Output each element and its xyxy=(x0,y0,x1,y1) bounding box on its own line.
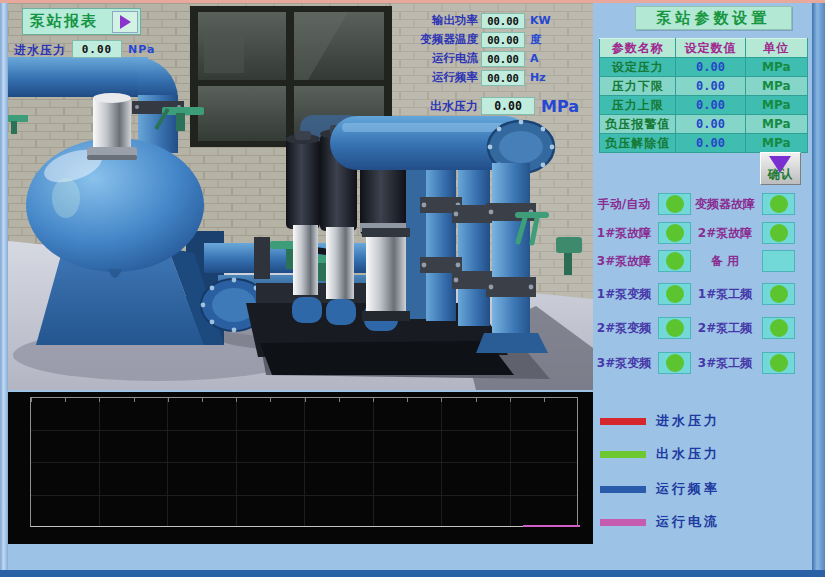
param-unit: MPa xyxy=(745,77,807,96)
green-lamp-icon xyxy=(666,224,684,242)
col-name-header: 参数名称 xyxy=(600,39,676,58)
trend-plot-area xyxy=(30,397,578,527)
col-value-header: 设定数值 xyxy=(676,39,745,58)
trend-chart xyxy=(8,392,593,544)
inlet-pressure-value: 0.00 xyxy=(72,40,122,58)
status-label-manual-auto: 手动/自动 xyxy=(593,196,655,213)
status-indicator-pump3-mains xyxy=(762,352,795,374)
param-value[interactable]: 0.00 xyxy=(676,77,745,96)
status-row: 2#泵变频 2#泵工频 xyxy=(593,316,812,340)
output-power-label: 输出功率 xyxy=(390,13,478,28)
status-row: 1#泵变频 1#泵工频 xyxy=(593,282,812,306)
status-indicator-pump1-vfd xyxy=(658,283,691,305)
settings-row: 设定压力 0.00 MPa xyxy=(600,58,808,77)
report-arrow-button[interactable] xyxy=(112,11,138,33)
legend-row: 出水压力 xyxy=(593,446,812,462)
status-indicator-inverter-fault xyxy=(762,193,795,215)
param-value[interactable]: 0.00 xyxy=(676,134,745,153)
green-lamp-icon xyxy=(770,224,788,242)
readout-row: 运行频率 00.00 Hz xyxy=(390,69,580,86)
green-lamp-icon xyxy=(666,319,684,337)
inverter-temp-unit: 度 xyxy=(530,32,541,47)
status-label-spare: 备 用 xyxy=(691,253,759,270)
status-indicator-pump1-fault xyxy=(658,222,691,244)
legend-swatch-frequency xyxy=(600,486,646,493)
legend-swatch-outlet xyxy=(600,451,646,458)
outlet-pressure-unit: MPa xyxy=(541,97,579,116)
report-button-label: 泵站报表 xyxy=(30,12,112,31)
status-label-pump1-mains: 1#泵工频 xyxy=(691,286,759,303)
axis-ticks xyxy=(31,398,577,402)
hmi-screen: 泵站报表 进水压力 0.00 NPa 输出功率 00.00 KW 变频器温度 0… xyxy=(0,0,825,577)
readout-row: 变频器温度 00.00 度 xyxy=(390,31,580,48)
inverter-temp-label: 变频器温度 xyxy=(390,32,478,47)
pump-station-scene: 泵站报表 进水压力 0.00 NPa 输出功率 00.00 KW 变频器温度 0… xyxy=(8,3,593,390)
legend-label-current: 运行电流 xyxy=(656,513,720,531)
legend-row: 进水压力 xyxy=(593,413,812,429)
status-indicator-pump3-vfd xyxy=(658,352,691,374)
param-name: 压力下限 xyxy=(600,77,676,96)
col-unit-header: 单位 xyxy=(745,39,807,58)
settings-header-row: 参数名称 设定数值 单位 xyxy=(600,39,808,58)
legend-label-outlet: 出水压力 xyxy=(656,445,720,463)
status-label-pump3-vfd: 3#泵变频 xyxy=(593,355,655,372)
run-current-trace xyxy=(523,525,580,527)
report-button[interactable]: 泵站报表 xyxy=(22,8,141,35)
param-name: 负压解除值 xyxy=(600,134,676,153)
run-frequency-unit: Hz xyxy=(530,71,546,84)
status-label-pump2-vfd: 2#泵变频 xyxy=(593,320,655,337)
status-label-pump1-vfd: 1#泵变频 xyxy=(593,286,655,303)
status-label-pump3-mains: 3#泵工频 xyxy=(691,355,759,372)
green-lamp-icon xyxy=(770,195,788,213)
param-unit: MPa xyxy=(745,134,807,153)
status-indicator-pump2-fault xyxy=(762,222,795,244)
confirm-button[interactable]: 确认 xyxy=(760,152,801,185)
top-border xyxy=(0,0,825,3)
settings-row: 负压报警值 0.00 MPa xyxy=(600,115,808,134)
green-lamp-icon xyxy=(666,252,684,270)
riser-pipes xyxy=(420,156,496,326)
settings-table: 参数名称 设定数值 单位 设定压力 0.00 MPa 压力下限 0.00 MPa… xyxy=(599,38,808,153)
param-name: 负压报警值 xyxy=(600,115,676,134)
green-lamp-icon xyxy=(770,285,788,303)
run-frequency-value: 00.00 xyxy=(481,70,525,86)
inlet-pressure-label: 进水压力 xyxy=(14,42,66,59)
settings-row: 负压解除值 0.00 MPa xyxy=(600,134,808,153)
legend-swatch-inlet xyxy=(600,418,646,425)
status-row: 3#泵变频 3#泵工频 xyxy=(593,351,812,375)
legend-label-frequency: 运行频率 xyxy=(656,480,720,498)
play-arrow-icon xyxy=(120,15,131,29)
bottom-border xyxy=(0,570,825,577)
status-indicator-pump3-fault xyxy=(658,250,691,272)
green-lamp-icon xyxy=(666,354,684,372)
outlet-pressure-label: 出水压力 xyxy=(412,98,478,115)
green-lamp-icon xyxy=(770,319,788,337)
param-unit: MPa xyxy=(745,58,807,77)
status-label-pump1-fault: 1#泵故障 xyxy=(593,225,655,242)
run-current-unit: A xyxy=(530,52,539,65)
param-value[interactable]: 0.00 xyxy=(676,58,745,77)
status-indicator-manual-auto xyxy=(658,193,691,215)
inverter-temp-value: 00.00 xyxy=(481,32,525,48)
legend-swatch-current xyxy=(600,519,646,526)
status-label-pump3-fault: 3#泵故障 xyxy=(593,253,655,270)
right-border xyxy=(812,3,825,570)
green-lamp-icon xyxy=(666,285,684,303)
settings-row: 压力下限 0.00 MPa xyxy=(600,77,808,96)
inlet-pressure-unit: NPa xyxy=(128,43,155,56)
status-indicator-pump2-vfd xyxy=(658,317,691,339)
status-label-inverter-fault: 变频器故障 xyxy=(691,196,759,213)
outlet-pressure-row: 出水压力 0.00 MPa xyxy=(412,97,587,115)
status-label-pump2-fault: 2#泵故障 xyxy=(691,225,759,242)
status-row: 3#泵故障 备 用 xyxy=(593,249,812,273)
parameter-panel: 泵站参数设置 参数名称 设定数值 单位 设定压力 0.00 MPa 压力下限 0… xyxy=(593,3,812,570)
param-value[interactable]: 0.00 xyxy=(676,96,745,115)
param-value[interactable]: 0.00 xyxy=(676,115,745,134)
legend-label-inlet: 进水压力 xyxy=(656,412,720,430)
run-frequency-label: 运行频率 xyxy=(390,70,478,85)
status-row: 手动/自动 变频器故障 xyxy=(593,192,812,216)
param-unit: MPa xyxy=(745,96,807,115)
status-indicator-pump2-mains xyxy=(762,317,795,339)
output-power-unit: KW xyxy=(530,14,551,27)
green-lamp-icon xyxy=(666,195,684,213)
